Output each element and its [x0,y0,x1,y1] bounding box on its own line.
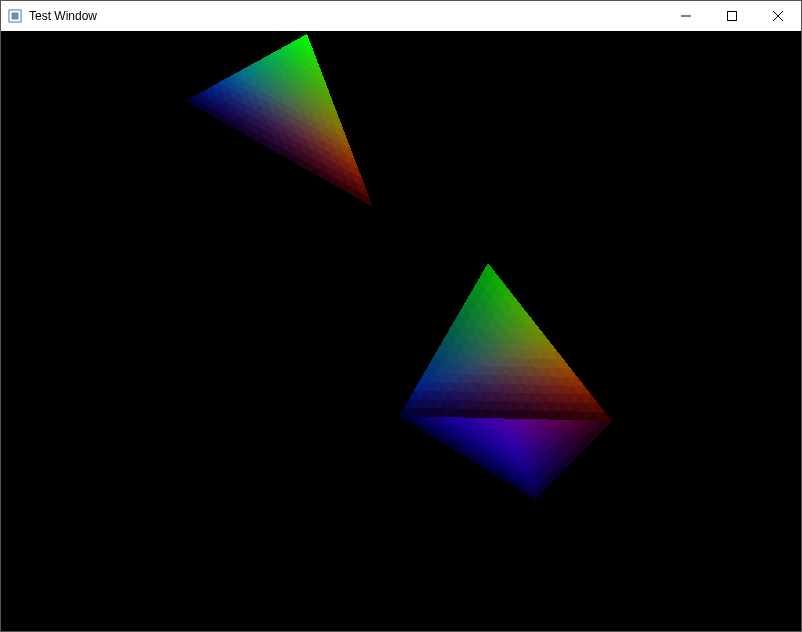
render-canvas [1,31,801,631]
close-button[interactable] [755,1,801,31]
render-viewport [1,31,801,631]
svg-marker-688 [527,495,539,500]
titlebar[interactable]: Test Window [1,1,801,31]
svg-marker-653 [483,263,495,272]
maximize-icon [727,11,737,21]
svg-rect-1 [12,13,19,20]
maximize-button[interactable] [709,1,755,31]
window-title: Test Window [29,9,97,23]
minimize-icon [681,11,691,21]
svg-rect-3 [728,12,737,21]
app-icon [7,8,23,24]
window-controls [663,1,801,31]
close-icon [773,11,783,21]
minimize-button[interactable] [663,1,709,31]
titlebar-left: Test Window [7,8,97,24]
